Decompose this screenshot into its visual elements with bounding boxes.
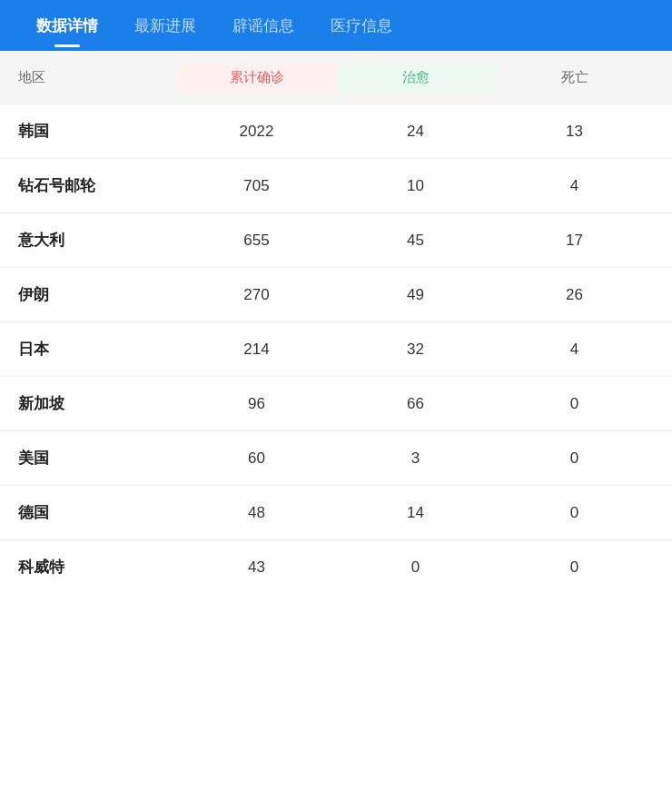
col-confirmed: 累计确诊	[177, 64, 336, 92]
cell-region: 科威特	[18, 557, 177, 578]
cell-confirmed: 214	[177, 341, 336, 359]
cell-region: 新加坡	[18, 393, 177, 414]
cell-death: 13	[495, 123, 654, 141]
cell-recovered: 49	[336, 286, 495, 304]
cell-death: 26	[495, 286, 654, 304]
col-recovered: 治愈	[336, 64, 495, 92]
cell-confirmed: 48	[177, 504, 336, 522]
cell-death: 0	[495, 558, 654, 577]
tab-rumor-info[interactable]: 辟谣信息	[214, 0, 312, 51]
table-row: 伊朗 270 49 26	[0, 268, 672, 322]
cell-region: 钻石号邮轮	[18, 175, 177, 196]
cell-confirmed: 705	[177, 177, 336, 195]
data-table: 地区 累计确诊 治愈 死亡 韩国 2022 24 13 钻石号邮轮 705 10…	[0, 51, 672, 594]
cell-death: 0	[495, 504, 654, 522]
table-row: 德国 48 14 0	[0, 486, 672, 540]
cell-confirmed: 655	[177, 232, 336, 250]
cell-confirmed: 96	[177, 395, 336, 413]
cell-confirmed: 2022	[177, 123, 336, 141]
cell-region: 意大利	[18, 230, 177, 251]
table-row: 日本 214 32 4	[0, 322, 672, 377]
table-row: 科威特 43 0 0	[0, 540, 672, 594]
table-row: 新加坡 96 66 0	[0, 377, 672, 431]
cell-death: 4	[495, 177, 654, 195]
table-header: 地区 累计确诊 治愈 死亡	[0, 51, 672, 104]
table-row: 意大利 655 45 17	[0, 213, 672, 268]
cell-confirmed: 43	[177, 558, 336, 577]
cell-recovered: 3	[336, 449, 495, 468]
cell-recovered: 32	[336, 341, 495, 359]
app-container: 数据详情 最新进展 辟谣信息 医疗信息 地区 累计确诊 治愈	[0, 0, 672, 594]
cell-recovered: 0	[336, 558, 495, 577]
cell-death: 0	[495, 449, 654, 468]
cell-recovered: 10	[336, 177, 495, 195]
table-row: 韩国 2022 24 13	[0, 104, 672, 159]
tab-data-details[interactable]: 数据详情	[18, 0, 116, 51]
header: 数据详情 最新进展 辟谣信息 医疗信息	[0, 0, 672, 51]
cell-region: 美国	[18, 448, 177, 469]
cell-region: 韩国	[18, 121, 177, 142]
cell-region: 伊朗	[18, 284, 177, 305]
header-tabs: 数据详情 最新进展 辟谣信息 医疗信息	[18, 0, 654, 51]
cell-recovered: 66	[336, 395, 495, 413]
cell-recovered: 45	[336, 232, 495, 250]
table-row: 钻石号邮轮 705 10 4	[0, 159, 672, 213]
tab-latest-progress[interactable]: 最新进展	[116, 0, 214, 51]
table-row: 美国 60 3 0	[0, 431, 672, 486]
cell-death: 17	[495, 232, 654, 250]
cell-confirmed: 270	[177, 286, 336, 304]
tab-medical-info[interactable]: 医疗信息	[312, 0, 410, 51]
cell-recovered: 14	[336, 504, 495, 522]
cell-recovered: 24	[336, 123, 495, 141]
col-region: 地区	[18, 69, 177, 86]
col-death: 死亡	[495, 69, 654, 86]
cell-region: 日本	[18, 339, 177, 360]
cell-region: 德国	[18, 502, 177, 523]
cell-death: 0	[495, 395, 654, 413]
cell-death: 4	[495, 341, 654, 359]
cell-confirmed: 60	[177, 449, 336, 468]
